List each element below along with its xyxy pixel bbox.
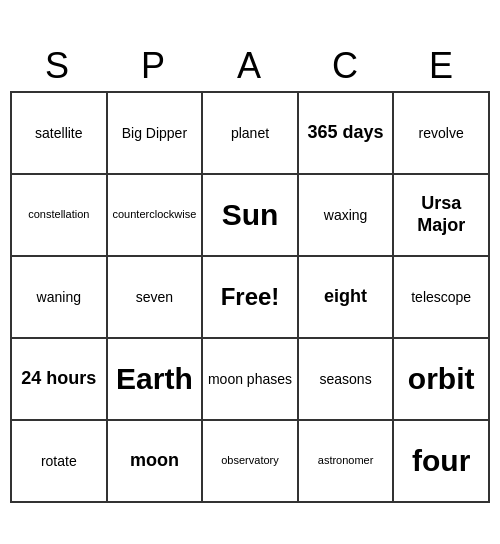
cell-r1-c0: constellation	[12, 175, 108, 257]
cell-r1-c2: Sun	[203, 175, 299, 257]
header-letter-c: C	[298, 41, 394, 91]
cell-r3-c1: Earth	[108, 339, 204, 421]
cell-r0-c4: revolve	[394, 93, 490, 175]
cell-r0-c3: 365 days	[299, 93, 395, 175]
cell-r2-c3: eight	[299, 257, 395, 339]
cell-r4-c3: astronomer	[299, 421, 395, 503]
header-letter-s: S	[10, 41, 106, 91]
cell-r0-c0: satellite	[12, 93, 108, 175]
cell-r4-c0: rotate	[12, 421, 108, 503]
cell-r3-c0: 24 hours	[12, 339, 108, 421]
cell-r2-c4: telescope	[394, 257, 490, 339]
cell-r0-c2: planet	[203, 93, 299, 175]
cell-r2-c2: Free!	[203, 257, 299, 339]
cell-r4-c4: four	[394, 421, 490, 503]
header-letter-a: A	[202, 41, 298, 91]
cell-r2-c1: seven	[108, 257, 204, 339]
cell-r0-c1: Big Dipper	[108, 93, 204, 175]
cell-r4-c2: observatory	[203, 421, 299, 503]
cell-r1-c1: counterclockwise	[108, 175, 204, 257]
cell-r3-c3: seasons	[299, 339, 395, 421]
cell-r2-c0: waning	[12, 257, 108, 339]
cell-r1-c4: Ursa Major	[394, 175, 490, 257]
cell-r3-c4: orbit	[394, 339, 490, 421]
header-letter-e: E	[394, 41, 490, 91]
cell-r1-c3: waxing	[299, 175, 395, 257]
cell-r4-c1: moon	[108, 421, 204, 503]
bingo-header: SPACE	[10, 41, 490, 91]
header-letter-p: P	[106, 41, 202, 91]
bingo-grid: satelliteBig Dipperplanet365 daysrevolve…	[10, 91, 490, 503]
bingo-card: SPACE satelliteBig Dipperplanet365 daysr…	[10, 41, 490, 503]
cell-r3-c2: moon phases	[203, 339, 299, 421]
